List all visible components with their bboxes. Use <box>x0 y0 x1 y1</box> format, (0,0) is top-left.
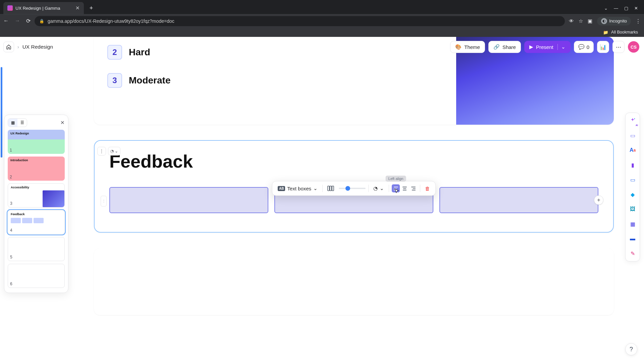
card-blank[interactable] <box>94 248 614 315</box>
align-center-button[interactable] <box>400 184 409 192</box>
step-row: 3 Moderate <box>107 73 443 88</box>
bookmark-star-icon[interactable]: ☆ <box>579 18 583 24</box>
chevron-down-icon: ⌄ <box>313 185 318 191</box>
browser-chrome: UX Redesign | Gamma ✕ + ⌄ — ▢ ✕ ← → ⟳ 🔒 … <box>0 0 644 37</box>
browser-tab[interactable]: UX Redesign | Gamma ✕ <box>3 2 84 14</box>
present-button[interactable]: ▶ Present ⌄ <box>524 41 571 53</box>
theme-button[interactable]: 🎨 Theme <box>450 41 485 53</box>
layout-button[interactable]: ▭ <box>628 175 638 185</box>
align-left-button[interactable]: Left align <box>392 184 400 192</box>
app-topbar: › UX Redesign 🎨 Theme 🔗 Share ▶ Present … <box>3 41 639 53</box>
palette-dropdown[interactable]: ◔ ⌄ <box>108 147 120 156</box>
callout-button[interactable]: ▮ <box>628 160 638 170</box>
url-field[interactable]: 🔒 gamma.app/docs/UX-Redesign-utuw9ty82oy… <box>35 16 565 26</box>
align-right-button[interactable] <box>409 184 417 192</box>
more-button[interactable]: ⋯ <box>612 41 625 53</box>
grid-button[interactable]: ▦ <box>628 219 638 229</box>
svg-point-12 <box>634 118 635 119</box>
bookmarks-bar: 📁 All Bookmarks <box>0 27 644 37</box>
separator <box>368 185 369 192</box>
image-button[interactable]: 🖼 <box>628 204 638 214</box>
eye-off-icon[interactable]: 👁 <box>569 18 574 24</box>
sparkle-icon <box>629 117 636 124</box>
text-box[interactable] <box>109 187 268 213</box>
chevron-down-icon: ⌄ <box>380 185 384 191</box>
embed-button[interactable]: ▬ <box>628 234 638 244</box>
palette-icon: 🎨 <box>455 44 462 50</box>
shapes-button[interactable]: ◆ <box>628 189 638 199</box>
form-button[interactable]: ✎ <box>628 248 638 258</box>
svg-rect-0 <box>328 186 329 191</box>
color-dropdown[interactable]: ◔ ⌄ <box>371 183 386 193</box>
app-root: › UX Redesign 🎨 Theme 🔗 Share ▶ Present … <box>0 37 644 362</box>
textbox-icon: AB <box>278 186 285 191</box>
chart-icon: 📊 <box>600 44 606 50</box>
tab-title: UX Redesign | Gamma <box>15 6 60 11</box>
columns-icon <box>327 186 334 191</box>
close-tab-icon[interactable]: ✕ <box>75 5 80 11</box>
svg-rect-1 <box>330 186 332 191</box>
card-heading[interactable]: Feedback <box>109 151 598 172</box>
comment-icon: 💬 <box>578 44 585 50</box>
incognito-badge[interactable]: ◐ Incognito <box>597 17 631 25</box>
home-button[interactable] <box>3 42 14 52</box>
ai-button[interactable]: AI <box>628 116 638 126</box>
present-label: Present <box>536 44 553 50</box>
selection-toolbar: AB Text boxes ⌄ ◔ ⌄ Left align <box>272 181 436 196</box>
breadcrumb[interactable]: UX Redesign <box>22 44 53 50</box>
maximize-window-icon[interactable]: ▢ <box>624 6 628 11</box>
step-label[interactable]: Moderate <box>129 75 170 86</box>
text-box[interactable] <box>439 187 598 213</box>
columns-button[interactable] <box>325 183 336 193</box>
favicon-icon <box>7 5 13 11</box>
theme-label: Theme <box>464 44 480 50</box>
comments-button[interactable]: 💬 0 <box>574 41 594 53</box>
width-slider[interactable] <box>339 188 366 189</box>
card-handle-tools: ⋮ ◔ ⌄ <box>97 147 120 156</box>
tooltip: Left align <box>386 176 406 182</box>
avatar[interactable]: CS <box>628 41 639 53</box>
reload-icon[interactable]: ⟳ <box>26 18 31 24</box>
minimize-window-icon[interactable]: — <box>614 6 618 11</box>
trash-icon: 🗑 <box>425 186 430 191</box>
ellipsis-icon: ⋯ <box>616 44 621 50</box>
block-type-label: Text boxes <box>287 186 311 191</box>
analytics-button[interactable]: 📊 <box>597 41 609 53</box>
separator <box>322 185 323 192</box>
new-tab-button[interactable]: + <box>87 3 96 13</box>
question-icon: ? <box>630 346 633 353</box>
tab-bar: UX Redesign | Gamma ✕ + ⌄ — ▢ ✕ <box>0 0 644 14</box>
folder-icon: 📁 <box>603 30 608 35</box>
separator <box>420 185 420 192</box>
add-column-button[interactable]: + <box>594 195 603 205</box>
address-bar: ← → ⟳ 🔒 gamma.app/docs/UX-Redesign-utuw9… <box>0 14 644 27</box>
svg-rect-2 <box>332 186 334 191</box>
play-icon: ▶ <box>529 44 533 50</box>
card-feedback[interactable]: ⋮ ◔ ⌄ Feedback AB Text boxes ⌄ ◔ <box>94 140 614 233</box>
tabs-dropdown-icon[interactable]: ⌄ <box>604 6 608 11</box>
separator <box>389 185 389 192</box>
card-templates-button[interactable]: ▭ <box>628 130 638 140</box>
close-window-icon[interactable]: ✕ <box>634 6 638 11</box>
share-label: Share <box>502 44 516 50</box>
kebab-menu-icon[interactable]: ⋮ <box>636 18 641 24</box>
forward-icon[interactable]: → <box>15 18 20 24</box>
color-icon: ◔ <box>373 185 378 191</box>
panel-icon[interactable]: ▣ <box>588 18 592 24</box>
delete-button[interactable]: 🗑 <box>423 183 432 193</box>
chevron-down-icon[interactable]: ⌄ <box>557 44 566 50</box>
back-icon[interactable]: ← <box>3 18 9 24</box>
help-button[interactable]: ? <box>625 343 637 355</box>
block-type-selector[interactable]: AB Text boxes ⌄ <box>276 183 320 193</box>
incognito-icon: ◐ <box>601 18 607 24</box>
comment-count: 0 <box>587 44 589 50</box>
step-number: 3 <box>107 73 122 88</box>
text-styles-button[interactable]: Aa <box>628 145 638 155</box>
row-drag-handle[interactable]: ⋮ <box>101 196 107 206</box>
link-icon: 🔗 <box>493 44 500 50</box>
right-rail: AI ▭ Aa ▮ ▭ ◆ 🖼 ▦ ▬ ✎ <box>625 113 640 261</box>
drag-handle-icon[interactable]: ⋮ <box>97 147 106 156</box>
all-bookmarks-link[interactable]: All Bookmarks <box>611 30 638 35</box>
canvas[interactable]: 2 Hard 3 Moderate ⋮ ◔ ⌄ Feedback AB T <box>0 37 644 362</box>
share-button[interactable]: 🔗 Share <box>488 41 521 53</box>
